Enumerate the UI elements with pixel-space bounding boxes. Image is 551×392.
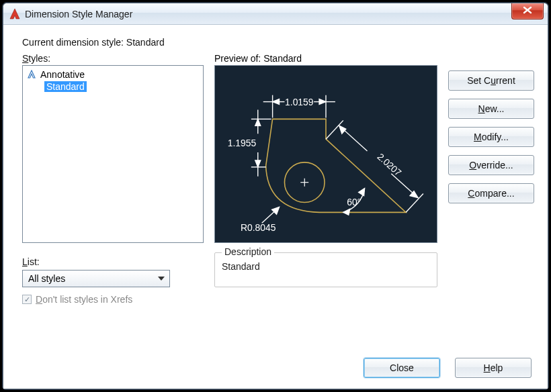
preview-label: Preview of: Standard [214,53,437,64]
close-button[interactable]: Close [364,358,440,378]
xref-checkbox-row: ✓ Don't list styles in Xrefs [22,294,204,305]
help-button[interactable]: Help [455,358,532,378]
bottom-buttons: Close Help [22,358,534,378]
xref-checkbox-label: Don't list styles in Xrefs [36,294,132,305]
list-label: List: [22,256,204,267]
current-style-label: Current dimension style: Standard [22,37,534,48]
annotative-icon [27,70,36,79]
list-filter-combo[interactable]: All styles [22,270,170,287]
left-column: Styles: Annotative Standard List: [22,53,204,348]
dim-diag: 2.0207 [376,151,404,178]
dim-radius: R0.8045 [241,222,276,233]
window-close-button[interactable] [511,3,544,19]
compare-button[interactable]: Compare... [448,183,534,203]
dim-left: 1.1955 [228,138,257,148]
description-group: Description Standard [214,252,437,287]
chevron-down-icon [155,272,168,285]
description-label: Description [222,246,274,257]
xref-checkbox: ✓ [22,295,32,304]
style-item-label: Annotative [40,69,85,80]
close-icon [523,6,532,16]
preview-pane: 1.0159 1.1955 [214,65,437,243]
window-title: Dimension Style Manager [25,9,132,19]
set-current-button[interactable]: Set Current [448,70,534,91]
modify-button[interactable]: Modify... [448,127,534,147]
style-item-annotative[interactable]: Annotative [27,68,199,81]
middle-column: Preview of: Standard [214,53,437,348]
columns: Styles: Annotative Standard List: [22,53,534,348]
style-item-label: Standard [44,81,87,92]
dim-angle: 60° [347,197,361,207]
dialog-content: Current dimension style: Standard Styles… [3,25,548,389]
right-button-column: Set Current New... Modify... Override...… [448,53,534,348]
dialog-window: Dimension Style Manager Current dimensio… [3,3,548,389]
styles-label: Styles: [22,53,204,64]
style-item-standard[interactable]: Standard [27,81,199,93]
titlebar: Dimension Style Manager [3,3,548,25]
description-value: Standard [222,261,430,272]
styles-listbox[interactable]: Annotative Standard [22,65,204,243]
combo-value: All styles [28,273,65,284]
app-icon [9,8,21,20]
list-section: List: All styles ✓ Don't list styles in … [22,256,204,305]
dim-top: 1.0159 [285,97,314,107]
override-button[interactable]: Override... [448,155,534,175]
new-button[interactable]: New... [448,99,534,119]
